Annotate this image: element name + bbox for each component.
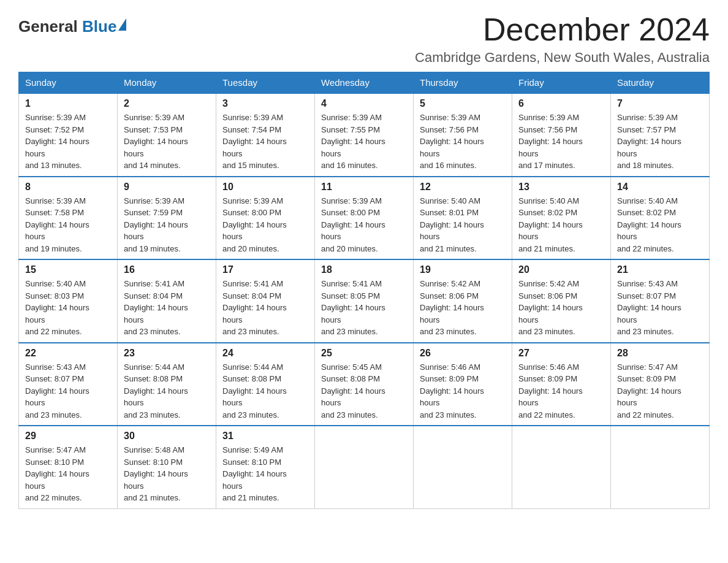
day-info: Sunrise: 5:41 AMSunset: 8:05 PMDaylight:… xyxy=(321,278,407,338)
day-number: 1 xyxy=(25,98,111,109)
day-info: Sunrise: 5:39 AMSunset: 7:58 PMDaylight:… xyxy=(25,195,111,255)
calendar-cell: 18 Sunrise: 5:41 AMSunset: 8:05 PMDaylig… xyxy=(315,259,414,343)
calendar-week-row: 15 Sunrise: 5:40 AMSunset: 8:03 PMDaylig… xyxy=(19,259,710,343)
day-number: 23 xyxy=(124,348,210,359)
column-header-sunday: Sunday xyxy=(19,72,118,94)
calendar-cell: 8 Sunrise: 5:39 AMSunset: 7:58 PMDayligh… xyxy=(19,177,118,260)
day-info: Sunrise: 5:39 AMSunset: 8:00 PMDaylight:… xyxy=(321,195,407,255)
day-info: Sunrise: 5:45 AMSunset: 8:08 PMDaylight:… xyxy=(321,361,407,421)
page-header: General Blue December 2024 Cambridge Gar… xyxy=(18,12,710,66)
day-info: Sunrise: 5:46 AMSunset: 8:09 PMDaylight:… xyxy=(420,361,506,421)
calendar-cell: 19 Sunrise: 5:42 AMSunset: 8:06 PMDaylig… xyxy=(414,259,512,343)
day-info: Sunrise: 5:43 AMSunset: 8:07 PMDaylight:… xyxy=(617,278,703,338)
day-number: 20 xyxy=(518,264,604,275)
calendar-cell: 29 Sunrise: 5:47 AMSunset: 8:10 PMDaylig… xyxy=(19,426,118,508)
column-header-wednesday: Wednesday xyxy=(315,72,414,94)
day-info: Sunrise: 5:39 AMSunset: 7:54 PMDaylight:… xyxy=(222,112,308,172)
calendar-table: SundayMondayTuesdayWednesdayThursdayFrid… xyxy=(18,72,710,509)
day-info: Sunrise: 5:49 AMSunset: 8:10 PMDaylight:… xyxy=(222,444,308,504)
calendar-cell: 1 Sunrise: 5:39 AMSunset: 7:52 PMDayligh… xyxy=(19,93,118,177)
calendar-cell: 3 Sunrise: 5:39 AMSunset: 7:54 PMDayligh… xyxy=(216,93,315,177)
day-number: 26 xyxy=(420,348,506,359)
calendar-cell: 16 Sunrise: 5:41 AMSunset: 8:04 PMDaylig… xyxy=(118,259,216,343)
calendar-cell: 17 Sunrise: 5:41 AMSunset: 8:04 PMDaylig… xyxy=(216,259,315,343)
column-header-thursday: Thursday xyxy=(414,72,512,94)
column-header-friday: Friday xyxy=(512,72,611,94)
day-info: Sunrise: 5:44 AMSunset: 8:08 PMDaylight:… xyxy=(124,361,210,421)
calendar-cell: 4 Sunrise: 5:39 AMSunset: 7:55 PMDayligh… xyxy=(315,93,414,177)
day-info: Sunrise: 5:39 AMSunset: 7:55 PMDaylight:… xyxy=(321,112,407,172)
day-number: 5 xyxy=(420,98,506,109)
day-info: Sunrise: 5:39 AMSunset: 7:56 PMDaylight:… xyxy=(420,112,506,172)
calendar-cell: 7 Sunrise: 5:39 AMSunset: 7:57 PMDayligh… xyxy=(611,93,710,177)
day-number: 31 xyxy=(222,431,308,442)
logo-blue: Blue xyxy=(78,17,117,36)
day-number: 3 xyxy=(222,98,308,109)
calendar-cell: 14 Sunrise: 5:40 AMSunset: 8:02 PMDaylig… xyxy=(611,177,710,260)
calendar-cell xyxy=(414,426,512,508)
day-info: Sunrise: 5:41 AMSunset: 8:04 PMDaylight:… xyxy=(124,278,210,338)
calendar-cell: 11 Sunrise: 5:39 AMSunset: 8:00 PMDaylig… xyxy=(315,177,414,260)
day-number: 2 xyxy=(124,98,210,109)
calendar-cell: 20 Sunrise: 5:42 AMSunset: 8:06 PMDaylig… xyxy=(512,259,611,343)
day-number: 7 xyxy=(617,98,703,109)
day-number: 16 xyxy=(124,264,210,275)
calendar-cell: 12 Sunrise: 5:40 AMSunset: 8:01 PMDaylig… xyxy=(414,177,512,260)
day-number: 21 xyxy=(617,264,703,275)
day-number: 14 xyxy=(617,182,703,193)
day-info: Sunrise: 5:40 AMSunset: 8:02 PMDaylight:… xyxy=(518,195,604,255)
day-info: Sunrise: 5:41 AMSunset: 8:04 PMDaylight:… xyxy=(222,278,308,338)
day-info: Sunrise: 5:39 AMSunset: 8:00 PMDaylight:… xyxy=(222,195,308,255)
day-info: Sunrise: 5:47 AMSunset: 8:10 PMDaylight:… xyxy=(25,444,111,504)
logo-general: General xyxy=(18,17,78,36)
day-number: 29 xyxy=(25,431,111,442)
calendar-cell: 23 Sunrise: 5:44 AMSunset: 8:08 PMDaylig… xyxy=(118,343,216,426)
day-info: Sunrise: 5:42 AMSunset: 8:06 PMDaylight:… xyxy=(518,278,604,338)
day-info: Sunrise: 5:39 AMSunset: 7:56 PMDaylight:… xyxy=(518,112,604,172)
calendar-cell: 28 Sunrise: 5:47 AMSunset: 8:09 PMDaylig… xyxy=(611,343,710,426)
day-number: 27 xyxy=(518,348,604,359)
day-info: Sunrise: 5:47 AMSunset: 8:09 PMDaylight:… xyxy=(617,361,703,421)
calendar-cell: 6 Sunrise: 5:39 AMSunset: 7:56 PMDayligh… xyxy=(512,93,611,177)
day-number: 6 xyxy=(518,98,604,109)
logo-text: General Blue xyxy=(18,17,116,36)
day-number: 18 xyxy=(321,264,407,275)
day-number: 30 xyxy=(124,431,210,442)
day-number: 22 xyxy=(25,348,111,359)
day-info: Sunrise: 5:39 AMSunset: 7:59 PMDaylight:… xyxy=(124,195,210,255)
calendar-cell: 30 Sunrise: 5:48 AMSunset: 8:10 PMDaylig… xyxy=(118,426,216,508)
day-info: Sunrise: 5:42 AMSunset: 8:06 PMDaylight:… xyxy=(420,278,506,338)
day-info: Sunrise: 5:39 AMSunset: 7:57 PMDaylight:… xyxy=(617,112,703,172)
logo: General Blue xyxy=(18,17,116,36)
calendar-cell: 24 Sunrise: 5:44 AMSunset: 8:08 PMDaylig… xyxy=(216,343,315,426)
day-info: Sunrise: 5:46 AMSunset: 8:09 PMDaylight:… xyxy=(518,361,604,421)
calendar-cell: 9 Sunrise: 5:39 AMSunset: 7:59 PMDayligh… xyxy=(118,177,216,260)
day-number: 9 xyxy=(124,182,210,193)
calendar-cell: 13 Sunrise: 5:40 AMSunset: 8:02 PMDaylig… xyxy=(512,177,611,260)
day-number: 13 xyxy=(518,182,604,193)
calendar-week-row: 1 Sunrise: 5:39 AMSunset: 7:52 PMDayligh… xyxy=(19,93,710,177)
title-section: December 2024 Cambridge Gardens, New Sou… xyxy=(415,12,710,66)
day-info: Sunrise: 5:40 AMSunset: 8:03 PMDaylight:… xyxy=(25,278,111,338)
calendar-cell: 15 Sunrise: 5:40 AMSunset: 8:03 PMDaylig… xyxy=(19,259,118,343)
calendar-cell: 31 Sunrise: 5:49 AMSunset: 8:10 PMDaylig… xyxy=(216,426,315,508)
calendar-cell: 21 Sunrise: 5:43 AMSunset: 8:07 PMDaylig… xyxy=(611,259,710,343)
calendar-week-row: 8 Sunrise: 5:39 AMSunset: 7:58 PMDayligh… xyxy=(19,177,710,260)
column-header-monday: Monday xyxy=(118,72,216,94)
calendar-cell: 2 Sunrise: 5:39 AMSunset: 7:53 PMDayligh… xyxy=(118,93,216,177)
day-number: 19 xyxy=(420,264,506,275)
day-info: Sunrise: 5:48 AMSunset: 8:10 PMDaylight:… xyxy=(124,444,210,504)
calendar-cell: 25 Sunrise: 5:45 AMSunset: 8:08 PMDaylig… xyxy=(315,343,414,426)
calendar-cell xyxy=(611,426,710,508)
day-number: 8 xyxy=(25,182,111,193)
day-number: 28 xyxy=(617,348,703,359)
day-number: 15 xyxy=(25,264,111,275)
calendar-week-row: 29 Sunrise: 5:47 AMSunset: 8:10 PMDaylig… xyxy=(19,426,710,508)
day-info: Sunrise: 5:40 AMSunset: 8:01 PMDaylight:… xyxy=(420,195,506,255)
day-number: 24 xyxy=(222,348,308,359)
day-number: 12 xyxy=(420,182,506,193)
day-info: Sunrise: 5:39 AMSunset: 7:52 PMDaylight:… xyxy=(25,112,111,172)
calendar-cell: 5 Sunrise: 5:39 AMSunset: 7:56 PMDayligh… xyxy=(414,93,512,177)
calendar-cell: 10 Sunrise: 5:39 AMSunset: 8:00 PMDaylig… xyxy=(216,177,315,260)
column-header-saturday: Saturday xyxy=(611,72,710,94)
